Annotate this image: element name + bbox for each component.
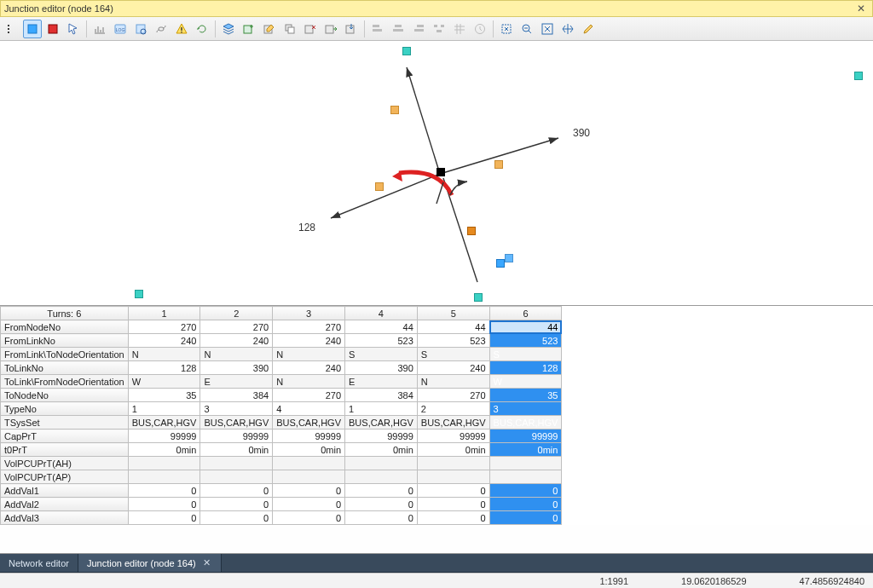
tab-close-icon[interactable]: ✕ (201, 557, 212, 568)
grid-cell[interactable] (417, 470, 489, 484)
grid-cell[interactable] (273, 457, 345, 470)
clock-icon[interactable] (471, 20, 489, 38)
grid-cell[interactable]: BUS,CAR,HGV (200, 416, 273, 429)
grid-cell[interactable] (273, 470, 345, 484)
grid-cell[interactable]: 0 (128, 484, 200, 498)
grid-row-header[interactable]: FromNodeNo (1, 320, 129, 334)
grid-cell[interactable]: 3 (200, 402, 273, 416)
grid-cell[interactable]: 0min (128, 443, 200, 457)
grid-cell[interactable]: 390 (200, 361, 273, 375)
grid-row-header[interactable]: ToLink\FromNodeOrientation (1, 375, 129, 389)
tab-junction-editor[interactable]: Junction editor (node 164) ✕ (78, 554, 222, 572)
grid-cell[interactable]: 3 (489, 402, 562, 416)
grid-cell[interactable] (128, 470, 200, 484)
drag-handle-icon[interactable] (3, 20, 21, 38)
turns-grid[interactable]: Turns: 6123456FromNodeNo270270270444444F… (0, 306, 873, 554)
grid-cell[interactable]: 1 (128, 402, 200, 416)
import-icon[interactable] (342, 20, 361, 38)
delete-node-icon[interactable] (301, 20, 320, 38)
grid-col-header[interactable]: 2 (200, 307, 273, 320)
grid-cell[interactable]: 1 (345, 402, 418, 416)
grid-cell[interactable]: 523 (417, 334, 489, 348)
grid-cell[interactable] (345, 457, 418, 470)
grid-cell[interactable]: 270 (273, 320, 345, 334)
grid-row-header[interactable]: FromLink\ToNodeOrientation (1, 348, 129, 361)
grid-cell[interactable]: 2 (417, 402, 489, 416)
grid-row-header[interactable]: AddVal3 (1, 511, 129, 525)
grid-cell[interactable]: 270 (273, 389, 345, 402)
grid-cell[interactable]: 270 (128, 320, 200, 334)
close-icon[interactable]: ✕ (853, 3, 869, 14)
grid-col-header[interactable]: 6 (489, 307, 562, 320)
node-marker[interactable] (402, 47, 411, 55)
grid-cell[interactable]: 523 (489, 334, 562, 348)
pointer-icon[interactable] (64, 20, 83, 38)
grid-cell[interactable]: 240 (417, 361, 489, 375)
grid-cell[interactable]: 523 (345, 334, 418, 348)
zoom-out-icon[interactable] (517, 20, 536, 38)
grid-cell[interactable]: E (345, 375, 418, 389)
grid-cell[interactable]: 0 (417, 484, 489, 498)
copy-node-icon[interactable] (280, 20, 299, 38)
grid-cell[interactable]: 240 (273, 361, 345, 375)
grid-cell[interactable]: 35 (128, 389, 200, 402)
grid-cell[interactable]: 390 (345, 361, 418, 375)
align-center-icon[interactable] (389, 20, 408, 38)
grid-cell[interactable]: BUS,CAR,HGV (273, 416, 345, 429)
grid-cell[interactable]: 99999 (345, 429, 418, 443)
grid-cell[interactable] (489, 470, 562, 484)
grid-cell[interactable]: 0 (489, 498, 562, 511)
grid-cell[interactable]: 0 (345, 498, 418, 511)
grid-cell[interactable]: 384 (345, 389, 418, 402)
grid-row-header[interactable]: FromLinkNo (1, 334, 129, 348)
grid-cell[interactable]: 0 (489, 484, 562, 498)
grid-col-header[interactable]: 3 (273, 307, 345, 320)
edit-icon[interactable] (579, 20, 598, 38)
grid-cell[interactable] (489, 457, 562, 470)
grid-cell[interactable] (200, 457, 273, 470)
grid-row-header[interactable]: TypeNo (1, 402, 129, 416)
node-marker[interactable] (375, 182, 384, 191)
node-marker[interactable] (474, 293, 483, 302)
node-marker[interactable] (467, 227, 476, 235)
tab-network-editor[interactable]: Network editor (0, 554, 78, 572)
grid-cell[interactable]: BUS,CAR,HGV (489, 416, 562, 429)
grid-row-header[interactable]: VolPCUPrT(AH) (1, 457, 129, 470)
grid-row-header[interactable]: ToNodeNo (1, 389, 129, 402)
grid-cell[interactable]: BUS,CAR,HGV (128, 416, 200, 429)
grid-cell[interactable]: 0 (200, 498, 273, 511)
add-node-icon[interactable] (240, 20, 258, 38)
layers-icon[interactable] (219, 20, 238, 38)
grid-col-header[interactable]: 5 (417, 307, 489, 320)
grid-cell[interactable]: 240 (273, 334, 345, 348)
grid-cell[interactable]: 240 (128, 334, 200, 348)
junction-center[interactable] (436, 168, 445, 176)
grid-cell[interactable]: 0 (200, 511, 273, 525)
distribute-icon[interactable] (430, 20, 448, 38)
grid-cell[interactable]: 0min (200, 443, 273, 457)
log-icon[interactable]: LOG (111, 20, 130, 38)
fit-view-icon[interactable] (497, 20, 516, 38)
grid-cell[interactable]: N (200, 348, 273, 361)
pan-icon[interactable] (558, 20, 577, 38)
grid-cell[interactable]: 128 (128, 361, 200, 375)
select-tool-icon[interactable] (23, 20, 42, 38)
zoom-full-icon[interactable] (538, 20, 557, 38)
grid-cell[interactable]: S (489, 348, 562, 361)
node-marker[interactable] (854, 72, 863, 80)
node-marker[interactable] (390, 106, 399, 114)
grid-cell[interactable]: 99999 (273, 429, 345, 443)
grid-cell[interactable]: 0 (128, 498, 200, 511)
node-marker[interactable] (494, 160, 503, 169)
grid-cell[interactable]: 0 (345, 484, 418, 498)
grid-cell[interactable]: 99999 (417, 429, 489, 443)
grid-cell[interactable]: 0 (417, 511, 489, 525)
grid-cell[interactable]: 0min (417, 443, 489, 457)
junction-diagram[interactable]: 128 390 (0, 41, 873, 306)
grid-cell[interactable]: BUS,CAR,HGV (345, 416, 418, 429)
grid-cell[interactable]: 384 (200, 389, 273, 402)
grid-row-header[interactable]: CapPrT (1, 429, 129, 443)
grid-icon[interactable] (450, 20, 469, 38)
warning-icon[interactable] (172, 20, 191, 38)
grid-cell[interactable]: E (200, 375, 273, 389)
